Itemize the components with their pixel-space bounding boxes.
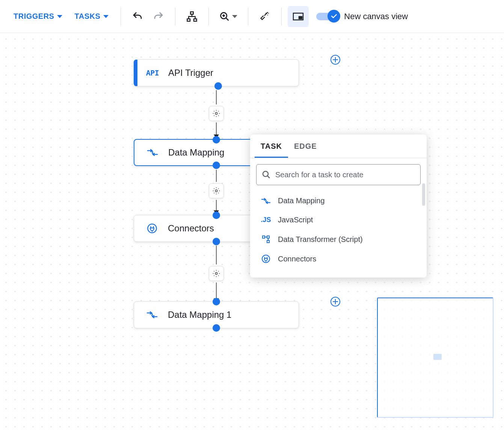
edge-line xyxy=(216,200,217,210)
undo-button[interactable] xyxy=(127,6,148,27)
data-transformer-icon xyxy=(261,235,271,244)
edge-line xyxy=(216,246,217,264)
task-item-label: JavaScript xyxy=(278,216,313,224)
data-mapping-icon xyxy=(145,148,160,157)
node-label: Data Mapping xyxy=(168,147,224,158)
node-label: API Trigger xyxy=(168,68,213,78)
canvas[interactable]: API API Trigger Data Mapping xyxy=(0,33,504,435)
scrollbar[interactable] xyxy=(422,183,425,206)
edge[interactable] xyxy=(209,170,224,215)
svg-rect-16 xyxy=(267,236,269,238)
node-data-mapping-1[interactable]: Data Mapping 1 xyxy=(134,301,299,328)
input-port[interactable] xyxy=(213,211,220,219)
output-port[interactable] xyxy=(213,162,220,169)
output-port[interactable] xyxy=(213,324,220,332)
check-icon xyxy=(330,12,338,20)
edge-line xyxy=(216,282,217,298)
task-item-label: Data Transformer (Script) xyxy=(278,235,363,244)
edge[interactable] xyxy=(209,246,224,302)
tasks-dropdown[interactable]: TASKS xyxy=(68,8,115,24)
panel-icon xyxy=(293,12,304,21)
divider xyxy=(121,8,121,26)
node-label: Data Mapping 1 xyxy=(168,310,231,320)
auto-layout-button[interactable] xyxy=(181,6,202,27)
tab-edge[interactable]: EDGE xyxy=(288,134,323,158)
chevron-down-icon xyxy=(57,15,62,18)
triggers-dropdown[interactable]: TRIGGERS xyxy=(8,8,68,24)
zoom-dropdown[interactable] xyxy=(215,6,242,27)
connector-icon xyxy=(261,254,271,263)
edge-settings-button[interactable] xyxy=(209,106,224,121)
node-label: Connectors xyxy=(168,223,214,234)
undo-icon xyxy=(132,11,143,22)
edge-settings-button[interactable] xyxy=(209,266,224,281)
task-item-javascript[interactable]: .JS JavaScript xyxy=(252,210,425,230)
task-item-data-transformer[interactable]: Data Transformer (Script) xyxy=(252,230,425,249)
svg-rect-1 xyxy=(187,19,190,21)
divider xyxy=(281,8,282,26)
svg-rect-2 xyxy=(194,19,197,21)
task-item-label: Connectors xyxy=(278,255,316,263)
hierarchy-icon xyxy=(186,11,198,22)
minimap-node xyxy=(433,354,442,360)
redo-button[interactable] xyxy=(148,6,169,27)
data-mapping-icon xyxy=(261,197,271,205)
edge-line xyxy=(216,122,217,134)
edge-settings-button[interactable] xyxy=(209,183,224,198)
add-node-button[interactable] xyxy=(330,55,340,65)
gear-icon xyxy=(212,187,220,195)
divider xyxy=(208,8,209,26)
task-popover: TASK EDGE Data Mapping .JS JavaScript xyxy=(250,134,427,278)
toolbar: TRIGGERS TASKS New canvas view xyxy=(0,0,504,33)
search-icon xyxy=(262,170,271,179)
svg-point-9 xyxy=(215,112,217,115)
divider xyxy=(248,8,248,26)
triggers-label: TRIGGERS xyxy=(14,12,54,21)
data-mapping-icon xyxy=(145,311,160,319)
popover-tabs: TASK EDGE xyxy=(250,134,427,158)
task-item-label: Data Mapping xyxy=(278,196,325,205)
chevron-down-icon xyxy=(232,15,237,18)
task-list: Data Mapping .JS JavaScript Data Transfo… xyxy=(250,188,427,278)
svg-point-12 xyxy=(215,272,217,275)
search-field[interactable] xyxy=(256,164,421,185)
output-port[interactable] xyxy=(213,238,220,245)
magic-wand-button[interactable] xyxy=(254,6,275,27)
edge-line xyxy=(216,170,217,182)
output-port[interactable] xyxy=(214,82,222,90)
minimap[interactable] xyxy=(377,298,493,418)
redo-icon xyxy=(153,11,164,22)
add-node-button[interactable] xyxy=(330,297,340,307)
tasks-label: TASKS xyxy=(74,12,100,21)
new-canvas-toggle[interactable] xyxy=(316,12,339,21)
zoom-icon xyxy=(219,11,230,22)
svg-rect-0 xyxy=(191,12,194,14)
svg-point-13 xyxy=(263,171,268,177)
edge-line xyxy=(216,90,217,104)
gear-icon xyxy=(212,109,220,118)
divider xyxy=(175,8,175,26)
input-port[interactable] xyxy=(213,298,220,305)
svg-rect-8 xyxy=(299,17,302,19)
js-icon: .JS xyxy=(261,216,271,224)
svg-line-14 xyxy=(267,176,270,178)
svg-point-10 xyxy=(215,190,217,192)
gear-icon xyxy=(212,269,220,278)
svg-rect-15 xyxy=(263,236,265,238)
task-item-data-mapping[interactable]: Data Mapping xyxy=(252,191,425,210)
search-input[interactable] xyxy=(275,171,415,179)
new-canvas-label: New canvas view xyxy=(344,12,408,21)
task-item-connectors[interactable]: Connectors xyxy=(252,249,425,269)
svg-line-4 xyxy=(226,18,229,20)
svg-rect-17 xyxy=(267,240,269,243)
node-api-trigger[interactable]: API API Trigger xyxy=(134,59,299,86)
panel-toggle-button[interactable] xyxy=(288,6,309,27)
api-icon: API xyxy=(145,68,160,77)
chevron-down-icon xyxy=(103,15,109,18)
input-port[interactable] xyxy=(213,136,220,143)
toggle-thumb xyxy=(327,10,340,23)
connector-icon xyxy=(145,223,160,234)
edge[interactable] xyxy=(209,90,224,139)
tab-task[interactable]: TASK xyxy=(255,134,288,158)
magic-wand-icon xyxy=(260,11,270,22)
